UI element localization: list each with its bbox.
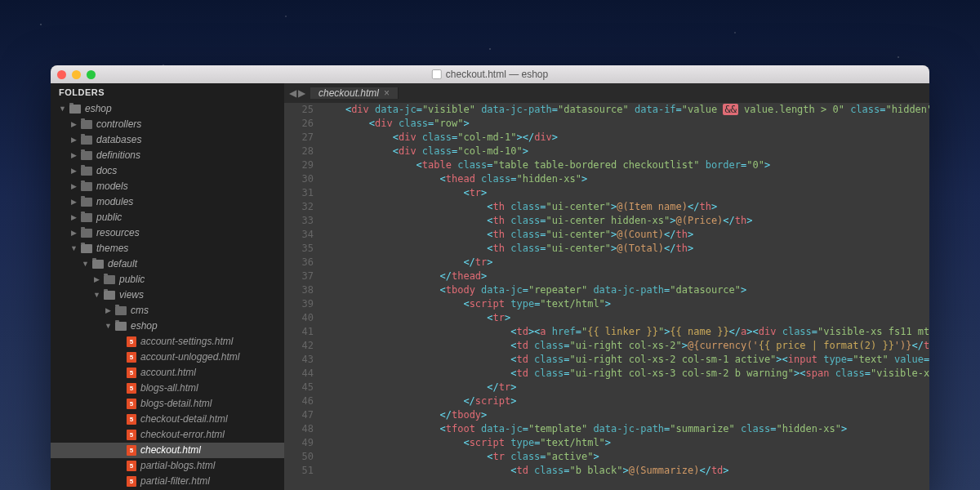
code-text: </tr> xyxy=(322,256,493,270)
code-line[interactable]: 39 <script type="text/html"> xyxy=(284,297,929,311)
folder-item[interactable]: ▶resources xyxy=(51,225,284,241)
code-text: <th class="ui-center hidden-xs">@(Price)… xyxy=(322,214,752,228)
code-text: <td class="b black">@(Summarize)</td> xyxy=(322,464,729,478)
code-line[interactable]: 49 <script type="text/html"> xyxy=(284,436,929,450)
folder-item[interactable]: ▼eshop xyxy=(51,101,284,117)
editor-tab[interactable]: checkout.html× xyxy=(310,87,399,99)
line-number: 35 xyxy=(284,242,322,256)
folder-item[interactable]: ▶public xyxy=(51,272,284,287)
code-line[interactable]: 46 </script> xyxy=(284,394,929,408)
folder-name: models xyxy=(96,180,128,194)
folder-item[interactable]: ▼default xyxy=(51,256,284,272)
line-number: 43 xyxy=(284,353,322,367)
code-line[interactable]: 48 <tfoot data-jc="template" data-jc-pat… xyxy=(284,422,929,436)
html-file-icon xyxy=(127,352,136,363)
code-line[interactable]: 45 </tr> xyxy=(284,381,929,394)
line-number: 51 xyxy=(284,464,322,478)
minimize-window-button[interactable] xyxy=(72,70,81,79)
file-item[interactable]: checkout.html xyxy=(51,443,284,458)
code-line[interactable]: 44 <td class="ui-right col-xs-3 col-sm-2… xyxy=(284,367,929,381)
folder-item[interactable]: ▶definitions xyxy=(51,148,284,163)
code-line[interactable]: 34 <th class="ui-center">@(Count)</th> xyxy=(284,228,929,242)
folder-name: default xyxy=(108,257,137,271)
code-line[interactable]: 40 <tr> xyxy=(284,311,929,325)
editor-window: checkout.html — eshop FOLDERS ▼eshop▶con… xyxy=(51,65,929,490)
folder-item[interactable]: ▼views xyxy=(51,287,284,303)
window-titlebar[interactable]: checkout.html — eshop xyxy=(51,65,929,83)
html-file-icon xyxy=(127,461,136,471)
code-line[interactable]: 42 <td class="ui-right col-xs-2">@{curre… xyxy=(284,339,929,353)
close-tab-button[interactable]: × xyxy=(384,87,390,99)
code-line[interactable]: 26 <div class="row"> xyxy=(284,117,929,131)
folder-name: docs xyxy=(96,164,117,178)
code-line[interactable]: 28 <div class="col-md-10"> xyxy=(284,145,929,158)
folder-icon xyxy=(104,291,115,300)
close-window-button[interactable] xyxy=(57,70,66,79)
folder-item[interactable]: ▼themes xyxy=(51,241,284,256)
line-number: 26 xyxy=(284,117,322,131)
file-item[interactable]: checkout-error.html xyxy=(51,427,284,443)
folder-item[interactable]: ▶docs xyxy=(51,163,284,179)
folder-icon xyxy=(81,120,92,129)
code-line[interactable]: 27 <div class="col-md-1"></div> xyxy=(284,131,929,145)
folder-item[interactable]: ▶controllers xyxy=(51,117,284,132)
code-line[interactable]: 33 <th class="ui-center hidden-xs">@(Pri… xyxy=(284,214,929,228)
html-file-icon xyxy=(127,430,136,440)
code-line[interactable]: 37 </thead> xyxy=(284,270,929,283)
nav-back-button[interactable]: ◀ xyxy=(289,87,296,99)
folder-sidebar: FOLDERS ▼eshop▶controllers▶databases▶def… xyxy=(51,83,284,490)
code-line[interactable]: 25 <div data-jc="visible" data-jc-path="… xyxy=(284,103,929,117)
folder-item[interactable]: ▶cms xyxy=(51,303,284,318)
code-text: <table class="table table-bordered check… xyxy=(322,158,770,172)
code-line[interactable]: 35 <th class="ui-center">@(Total)</th> xyxy=(284,242,929,256)
folder-item[interactable]: ▶public xyxy=(51,210,284,225)
tab-label: checkout.html xyxy=(318,87,379,99)
code-line[interactable]: 50 <tr class="active"> xyxy=(284,450,929,464)
folder-item[interactable]: ▼eshop xyxy=(51,318,284,334)
line-number: 33 xyxy=(284,214,322,228)
folder-name: public xyxy=(119,273,145,287)
code-line[interactable]: 51 <td class="b black">@(Summarize)</td> xyxy=(284,464,929,478)
code-line[interactable]: 43 <td class="ui-right col-xs-2 col-sm-1… xyxy=(284,353,929,367)
line-number: 38 xyxy=(284,283,322,297)
file-item[interactable]: account.html xyxy=(51,365,284,381)
nav-forward-button[interactable]: ▶ xyxy=(298,87,305,99)
file-item[interactable]: partial-filter.html xyxy=(51,474,284,489)
code-area[interactable]: 25 <div data-jc="visible" data-jc-path="… xyxy=(284,103,929,490)
file-tree[interactable]: ▼eshop▶controllers▶databases▶definitions… xyxy=(51,101,284,490)
folder-item[interactable]: ▶databases xyxy=(51,132,284,148)
file-item[interactable]: account-settings.html xyxy=(51,334,284,350)
file-name: blogs-detail.html xyxy=(140,397,212,411)
folder-icon xyxy=(81,136,92,145)
code-text: <script type="text/html"> xyxy=(322,297,611,311)
folder-name: views xyxy=(119,288,144,302)
file-item[interactable]: blogs-all.html xyxy=(51,381,284,396)
code-line[interactable]: 32 <th class="ui-center">@(Item name)</t… xyxy=(284,200,929,214)
code-line[interactable]: 36 </tr> xyxy=(284,256,929,270)
code-text: <tr class="active"> xyxy=(322,450,599,464)
line-number: 41 xyxy=(284,325,322,339)
file-name: account-unlogged.html xyxy=(140,350,239,364)
code-line[interactable]: 29 <table class="table table-bordered ch… xyxy=(284,158,929,172)
code-line[interactable]: 31 <tr> xyxy=(284,186,929,200)
code-line[interactable]: 47 </tbody> xyxy=(284,408,929,422)
folder-item[interactable]: ▶modules xyxy=(51,194,284,210)
file-item[interactable]: account-unlogged.html xyxy=(51,350,284,365)
folder-item[interactable]: ▶models xyxy=(51,179,284,194)
file-item[interactable]: blogs-detail.html xyxy=(51,396,284,412)
html-file-icon xyxy=(127,399,136,409)
code-line[interactable]: 41 <td><a href="{{ linker }}">{{ name }}… xyxy=(284,325,929,339)
code-text: <th class="ui-center">@(Count)</th> xyxy=(322,228,693,242)
zoom-window-button[interactable] xyxy=(87,70,96,79)
chevron-down-icon: ▼ xyxy=(82,257,88,271)
code-text: <td><a href="{{ linker }}">{{ name }}</a… xyxy=(322,325,929,339)
line-number: 40 xyxy=(284,311,322,325)
line-number: 39 xyxy=(284,297,322,311)
chevron-right-icon: ▶ xyxy=(70,133,77,147)
line-number: 42 xyxy=(284,339,322,353)
code-line[interactable]: 30 <thead class="hidden-xs"> xyxy=(284,172,929,186)
folder-name: eshop xyxy=(131,319,158,333)
file-item[interactable]: checkout-detail.html xyxy=(51,412,284,427)
file-item[interactable]: partial-blogs.html xyxy=(51,458,284,474)
code-line[interactable]: 38 <tbody data-jc="repeater" data-jc-pat… xyxy=(284,283,929,297)
